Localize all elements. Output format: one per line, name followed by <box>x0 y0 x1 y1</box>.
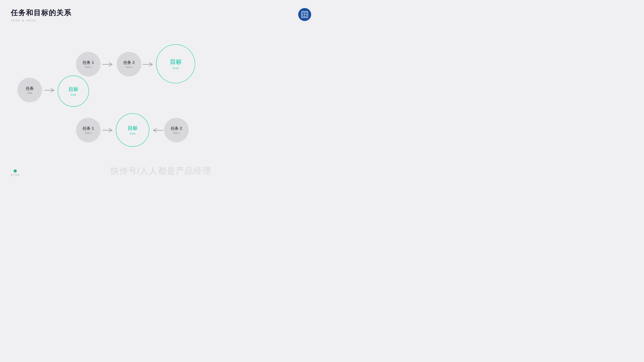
diagram2-goal-en: Goal <box>172 66 178 70</box>
logo-icon <box>301 11 308 18</box>
diagram2-task2-cn: 任务 2 <box>123 60 134 65</box>
arrow2b <box>142 62 155 68</box>
arrow2a-icon <box>102 62 115 67</box>
arrow1-icon <box>44 88 57 93</box>
arrow3a <box>102 128 115 134</box>
arrow2a <box>102 62 115 68</box>
diagram3-task1-circle: 任务 1 Task 1 <box>76 118 100 142</box>
header: 任务和目标的关系 TASK & GOAL <box>11 8 72 22</box>
diagram2-task1-cn: 任务 1 <box>82 60 94 65</box>
arrow3b-icon <box>151 128 163 133</box>
watermark: 快传号/人人都是产品经理 <box>110 165 212 176</box>
diagram2-goal-cn: 目标 <box>170 58 182 66</box>
arrow2b-icon <box>142 62 155 67</box>
diagram2-task1-circle: 任务 1 Task 1 <box>76 52 100 76</box>
arrow3b <box>151 128 163 134</box>
diagram2-task2-en: Task 2 <box>126 66 132 68</box>
logo <box>298 8 311 21</box>
arrow3a-icon <box>102 128 115 133</box>
diagram3-goal-cn: 目标 <box>128 125 138 132</box>
diagram1-goal-en: Goal <box>70 93 76 96</box>
diagram1-goal-circle: 目标 Goal <box>58 76 89 107</box>
diagram2-goal-circle: 目标 Goal <box>156 44 195 83</box>
diagram3-goal-circle: 目标 Goal <box>116 113 149 147</box>
page-title: 任务和目标的关系 <box>11 8 72 18</box>
arrow1 <box>44 88 57 94</box>
diagram1-task-circle: 任务 Task <box>18 78 42 102</box>
diagram3-goal-en: Goal <box>130 132 135 135</box>
branding: BTSD <box>11 170 20 176</box>
diagram3-task2-circle: 任务 2 Task 2 <box>164 118 189 142</box>
diagram3-task2-cn: 任务 2 <box>170 126 182 131</box>
page-subtitle: TASK & GOAL <box>11 19 72 22</box>
diagram2-task2-circle: 任务 2 Task 2 <box>117 52 141 76</box>
diagram3-task1-en: Task 1 <box>85 132 92 134</box>
diagram1-goal-cn: 目标 <box>68 86 78 93</box>
diagram1-task-cn: 任务 <box>26 86 34 91</box>
diagram1-task-en: Task <box>27 92 32 94</box>
page: 任务和目标的关系 TASK & GOAL 任务 Task 目标 Goal 任务 … <box>0 0 322 181</box>
diagram3-task1-cn: 任务 1 <box>82 126 94 131</box>
diagram2-task1-en: Task 1 <box>85 66 92 68</box>
diagram3-task2-en: Task 2 <box>173 132 180 134</box>
branding-dot <box>14 170 17 172</box>
branding-text: BTSD <box>11 174 20 176</box>
